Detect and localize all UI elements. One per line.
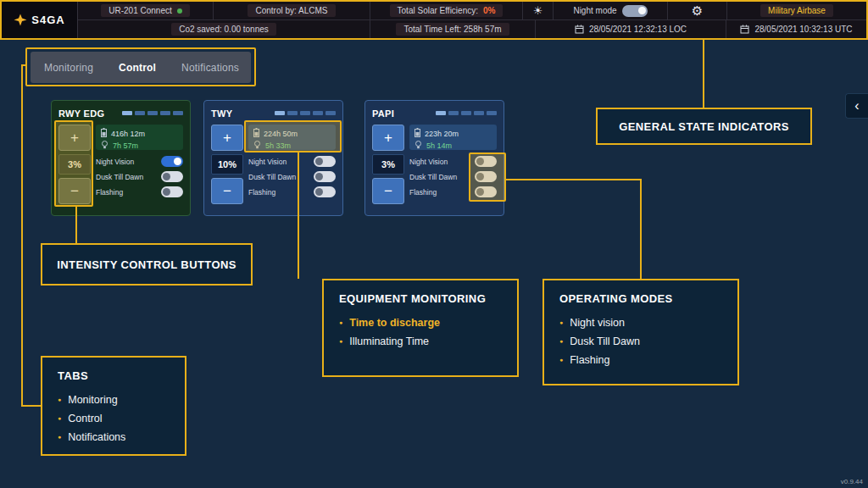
- co2-cell: Co2 saved: 0.00 tonnes: [78, 20, 370, 38]
- loc-time-cell: 28/05/2021 12:32:13 LOC: [536, 20, 726, 38]
- connection-chip: UR-201 Connect: [101, 4, 189, 17]
- intensity-decrease-button[interactable]: −: [211, 178, 243, 204]
- calendar-icon: [740, 25, 749, 34]
- callout-item: Night vision: [559, 314, 722, 333]
- night-mode-cell: Night mode: [554, 2, 668, 19]
- brightness-cell: ☀: [523, 2, 554, 19]
- flashing-toggle[interactable]: [475, 186, 497, 197]
- card-rwy-edg: RWY EDG + 3% − 416h 12m 7h 57m: [51, 100, 191, 216]
- utc-time: 28/05/2021 10:32:13 UTC: [754, 25, 852, 34]
- card-papi: PAPI + 3% − 223h 20m 5h 14m: [364, 100, 504, 216]
- intensity-increase-button[interactable]: +: [58, 125, 91, 151]
- annotation-line-tabs-b: [21, 64, 23, 407]
- settings-cell: ⚙: [668, 2, 727, 19]
- night-vision-label: Night Vision: [409, 158, 448, 166]
- annotation-line-tabs-c: [21, 405, 41, 407]
- illuminating-time: 5h 14m: [426, 141, 452, 150]
- flashing-label: Flashing: [96, 188, 123, 197]
- callout-equipment-monitoring: EQUIPMENT MONITORING Time to discharge I…: [322, 279, 519, 377]
- equipment-monitor-panel: 224h 50m 5h 33m: [248, 125, 336, 150]
- night-vision-toggle[interactable]: [475, 156, 497, 167]
- callout-item: Monitoring: [58, 391, 170, 410]
- airbase-cell: Military Airbase: [727, 2, 866, 19]
- solar-value: 0%: [483, 6, 495, 15]
- intensity-increase-button[interactable]: +: [211, 125, 243, 151]
- signal-bars-icon: [275, 111, 336, 115]
- airbase-name: Military Airbase: [760, 4, 833, 17]
- header-cells: UR-201 Connect Control by: ALCMS Total S…: [78, 2, 866, 38]
- callout-item: Notifications: [58, 429, 170, 447]
- illuminating-time: 7h 57m: [113, 141, 138, 150]
- logo-text: S4GA: [31, 14, 64, 26]
- illuminating-time: 5h 33m: [265, 141, 291, 150]
- app-logo: S4GA: [2, 2, 78, 38]
- lamp-icon: [415, 141, 422, 151]
- time-to-discharge: 223h 20m: [425, 130, 459, 138]
- utc-time-cell: 28/05/2021 10:32:13 UTC: [726, 20, 866, 38]
- sun-icon[interactable]: ☀: [533, 5, 543, 16]
- callout-tabs: TABS Monitoring Control Notifications: [41, 356, 186, 456]
- local-time: 28/05/2021 12:32:13 LOC: [589, 25, 687, 34]
- solar-efficiency-cell: Total Solar Efficiency: 0%: [370, 2, 523, 19]
- callout-general-state-indicators: GENERAL STATE INDICATORS: [596, 108, 812, 145]
- tab-monitoring[interactable]: Monitoring: [44, 62, 93, 74]
- intensity-increase-button[interactable]: +: [372, 125, 404, 151]
- battery-icon: [253, 128, 259, 139]
- time-to-discharge: 416h 12m: [111, 130, 145, 138]
- intensity-value: 10%: [211, 154, 243, 175]
- equipment-monitor-panel: 223h 20m 5h 14m: [409, 125, 497, 150]
- dusk-till-dawn-toggle[interactable]: [314, 171, 336, 182]
- solar-label: Total Solar Efficiency:: [398, 6, 478, 15]
- callout-title: TABS: [58, 369, 170, 382]
- flashing-toggle[interactable]: [161, 186, 183, 197]
- calendar-icon: [575, 25, 584, 34]
- card-twy: TWY + 10% − 224h 50m 5h 33m: [203, 100, 343, 216]
- equipment-monitor-panel: 416h 12m 7h 57m: [96, 125, 183, 150]
- flashing-label: Flashing: [248, 188, 275, 197]
- tabs-bar: Monitoring Control Notifications: [31, 52, 251, 83]
- intensity-value: 3%: [372, 154, 404, 175]
- night-vision-toggle[interactable]: [314, 156, 336, 167]
- total-time-left-label: Total Time Left: 258h 57m: [396, 23, 509, 36]
- annotation-line-modes-h: [506, 179, 642, 180]
- gear-icon[interactable]: ⚙: [692, 4, 703, 17]
- night-vision-label: Night Vision: [248, 158, 287, 166]
- intensity-decrease-button[interactable]: −: [372, 178, 404, 204]
- callout-item: Dusk Till Dawn: [559, 333, 722, 352]
- annotation-line-general: [703, 40, 704, 108]
- screen: S4GA UR-201 Connect Control by: ALCMS To…: [0, 0, 868, 488]
- flashing-toggle[interactable]: [314, 186, 336, 197]
- tab-notifications[interactable]: Notifications: [181, 62, 239, 74]
- intensity-controls: + 3% −: [58, 125, 91, 204]
- night-mode-label: Night mode: [573, 6, 616, 15]
- intensity-decrease-button[interactable]: −: [58, 178, 91, 204]
- chevron-left-icon: ‹: [854, 98, 859, 114]
- dusk-till-dawn-toggle[interactable]: [475, 171, 497, 182]
- signal-bars-icon: [436, 111, 497, 115]
- intensity-controls: + 3% −: [372, 125, 404, 204]
- tab-control[interactable]: Control: [119, 62, 156, 74]
- dusk-till-dawn-label: Dusk Till Dawn: [248, 173, 296, 181]
- callout-items: Monitoring Control Notifications: [58, 391, 170, 447]
- card-title: RWY EDG: [58, 108, 104, 119]
- card-title: TWY: [211, 108, 232, 119]
- dusk-till-dawn-label: Dusk Till Dawn: [96, 173, 143, 181]
- intensity-controls: + 10% −: [211, 125, 243, 204]
- night-mode-toggle[interactable]: [622, 5, 648, 17]
- side-panel-toggle-button[interactable]: ‹: [845, 93, 868, 119]
- callout-title: INTENSITY CONTROL BUTTONS: [57, 258, 236, 271]
- status-dot: [177, 8, 182, 14]
- night-vision-toggle[interactable]: [161, 156, 183, 167]
- annotation-line-tabs-a: [21, 64, 27, 66]
- lamp-icon: [253, 141, 261, 151]
- signal-bars-icon: [122, 111, 183, 115]
- intensity-value: 3%: [58, 154, 91, 175]
- callout-item: Control: [58, 410, 170, 429]
- connection-label: UR-201 Connect: [108, 6, 171, 15]
- top-status-bar: S4GA UR-201 Connect Control by: ALCMS To…: [0, 0, 868, 40]
- dusk-till-dawn-toggle[interactable]: [161, 171, 183, 182]
- control-by-label: Control by: ALCMS: [248, 4, 335, 17]
- battery-icon: [101, 128, 107, 139]
- time-to-discharge: 224h 50m: [264, 130, 298, 138]
- solar-chip: Total Solar Efficiency: 0%: [390, 4, 504, 17]
